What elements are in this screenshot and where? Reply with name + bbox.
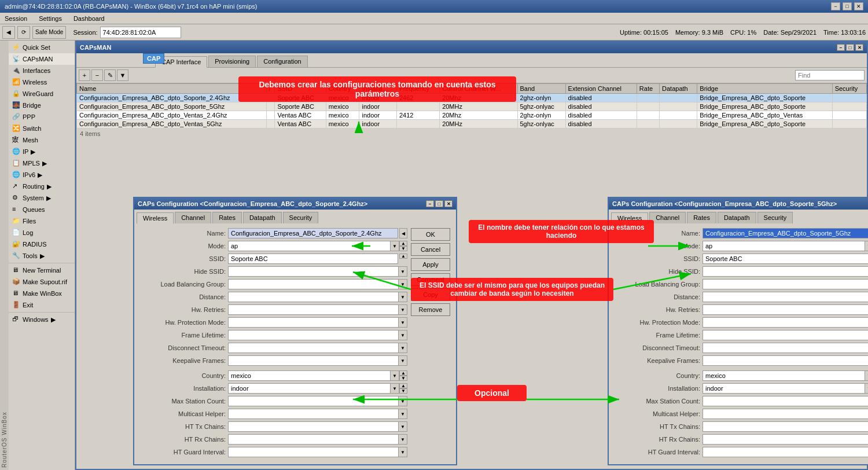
col-ext-channel[interactable]: Extension Channel	[565, 84, 637, 94]
left-disconn-input[interactable]	[228, 343, 398, 353]
right-mode-down[interactable]: ▼	[865, 241, 868, 251]
maximize-button[interactable]: □	[843, 2, 852, 10]
left-maxstation-input[interactable]	[228, 396, 398, 406]
left-mode-down-btn2[interactable]: ▼	[399, 246, 407, 251]
left-htguard-input[interactable]	[228, 447, 398, 457]
col-rate[interactable]: Rate	[637, 84, 659, 94]
col-datapath[interactable]: Datapath	[660, 84, 697, 94]
sidebar-item-files[interactable]: 📁 Files	[9, 215, 75, 227]
sidebar-item-new-terminal[interactable]: 🖥 New Terminal	[9, 265, 75, 276]
left-hwretries-down[interactable]: ▼	[398, 304, 407, 315]
right-tab-channel[interactable]: Channel	[649, 212, 686, 223]
left-country-input[interactable]	[228, 370, 390, 381]
left-dialog-close[interactable]: ✕	[444, 200, 453, 207]
right-tab-wireless[interactable]: Wireless	[611, 212, 648, 224]
right-ssid-input[interactable]	[703, 254, 868, 264]
sidebar-item-ppp[interactable]: 🔗 PPP	[9, 111, 75, 123]
left-tab-datapath[interactable]: Datapath	[243, 212, 282, 223]
menu-dashboard[interactable]: Dashboard	[71, 14, 107, 23]
left-framelft-down[interactable]: ▼	[398, 330, 407, 340]
sidebar-item-capsman[interactable]: 📡 CAPsMAN	[9, 53, 75, 65]
right-distance-input[interactable]	[703, 292, 868, 302]
sidebar-item-windows[interactable]: 🗗 Windows ▶	[9, 314, 75, 325]
right-tab-datapath[interactable]: Datapath	[718, 212, 756, 223]
sidebar-item-mesh[interactable]: 🕸 Mesh	[9, 134, 75, 146]
col-country[interactable]: Country	[326, 84, 359, 94]
sidebar-item-bridge[interactable]: 🌉 Bridge	[9, 100, 75, 111]
left-tab-security[interactable]: Security	[283, 212, 319, 223]
sidebar-item-supout[interactable]: 📦 Make Supout.rif	[9, 276, 75, 288]
left-copy-button[interactable]: Copy	[411, 288, 450, 301]
sidebar-item-system[interactable]: ⚙ System ▶	[9, 192, 75, 204]
sidebar-item-tools[interactable]: 🔧 Tools ▶	[9, 250, 75, 262]
right-hwretries-input[interactable]	[703, 304, 868, 315]
sidebar-item-ipv6[interactable]: 🌐 IPv6 ▶	[9, 169, 75, 181]
table-row[interactable]: Configuracion_Empresa_ABC_dpto_Ventas_5G…	[77, 120, 867, 128]
sidebar-item-interfaces[interactable]: 🔌 Interfaces	[9, 65, 75, 76]
left-multicast-down[interactable]: ▼	[398, 409, 407, 419]
left-multicast-input[interactable]	[228, 409, 398, 419]
right-install-input[interactable]	[703, 383, 865, 394]
sidebar-item-switch[interactable]: 🔀 Switch	[9, 123, 75, 134]
left-htrx-down[interactable]: ▼	[398, 434, 407, 445]
left-cancel-button[interactable]: Cancel	[411, 243, 450, 256]
find-input[interactable]	[795, 70, 865, 80]
left-tab-wireless[interactable]: Wireless	[137, 212, 174, 224]
left-dialog-maximize[interactable]: □	[435, 200, 443, 207]
right-maxstation-input[interactable]	[703, 396, 868, 406]
sidebar-item-exit[interactable]: 🚪 Exit	[9, 299, 75, 311]
sidebar-item-winbox[interactable]: 🖥 Make WinBox	[9, 288, 75, 299]
left-mode-up-btn[interactable]: ▲	[399, 241, 407, 246]
remove-button[interactable]: −	[91, 69, 103, 81]
left-distance-input[interactable]	[228, 292, 398, 302]
sidebar-item-wireless[interactable]: 📶 Wireless	[9, 76, 75, 88]
left-name-input[interactable]	[228, 228, 398, 238]
left-mode-down-btn[interactable]: ▼	[390, 241, 399, 251]
sidebar-item-radius[interactable]: 🔐 RADIUS	[9, 238, 75, 250]
col-install[interactable]: Installa...	[359, 84, 396, 94]
left-keepalive-down[interactable]: ▼	[398, 355, 407, 366]
sidebar-item-routing[interactable]: ↗ Routing ▶	[9, 181, 75, 192]
left-country-down[interactable]: ▼	[390, 370, 399, 381]
add-button[interactable]: +	[79, 69, 90, 81]
col-frequency[interactable]: Frequency	[396, 84, 439, 94]
left-country-down2[interactable]: ▼	[399, 376, 407, 381]
left-loadbal-input[interactable]	[228, 279, 398, 289]
sidebar-item-wireguard[interactable]: 🔒 WireGuard	[9, 88, 75, 100]
capsman-minimize[interactable]: −	[837, 44, 845, 51]
left-mode-input[interactable]	[228, 241, 390, 251]
right-httx-input[interactable]	[703, 421, 868, 432]
left-comment-button[interactable]: Comment	[411, 273, 450, 286]
right-name-input[interactable]	[703, 228, 868, 238]
right-loadbal-input[interactable]	[703, 279, 868, 289]
table-row[interactable]: Configuracion_Empresa_ABC_dpto_Ventas_2.…	[77, 111, 867, 120]
table-row[interactable]: Configuracion_Empresa_ABC_dpto_Soporte_5…	[77, 102, 867, 111]
left-tab-rates[interactable]: Rates	[212, 212, 242, 223]
left-apply-button[interactable]: Apply	[411, 258, 450, 271]
left-ok-button[interactable]: OK	[411, 228, 450, 241]
left-hwretries-input[interactable]	[228, 304, 398, 315]
left-remove-button[interactable]: Remove	[411, 303, 450, 316]
right-install-down[interactable]: ▼	[865, 383, 868, 394]
right-disconn-input[interactable]	[703, 343, 868, 353]
left-htguard-down[interactable]: ▼	[398, 447, 407, 457]
right-framelft-input[interactable]	[703, 330, 868, 340]
sidebar-item-log[interactable]: 📄 Log	[9, 227, 75, 238]
left-install-down2[interactable]: ▼	[399, 388, 407, 394]
left-install-down[interactable]: ▼	[390, 383, 399, 394]
edit-button[interactable]: ✎	[104, 69, 116, 81]
left-maxstation-down[interactable]: ▼	[398, 396, 407, 406]
right-hide-ssid-input[interactable]	[703, 266, 868, 277]
menu-session[interactable]: Session	[2, 14, 30, 23]
filter-button[interactable]: ▼	[117, 69, 128, 81]
right-tab-security[interactable]: Security	[757, 212, 793, 223]
right-multicast-input[interactable]	[703, 409, 868, 419]
left-hide-ssid-down[interactable]: ▼	[398, 266, 407, 277]
left-keepalive-input[interactable]	[228, 355, 398, 366]
refresh-button[interactable]: ⟳	[17, 26, 30, 39]
left-htrx-input[interactable]	[228, 434, 398, 445]
table-row[interactable]: Configuracion_Empresa_ABC_dpto_Soporte_2…	[77, 94, 867, 102]
capsman-maximize[interactable]: □	[846, 44, 854, 51]
left-hide-ssid-input[interactable]	[228, 266, 398, 277]
right-country-input[interactable]	[703, 370, 865, 381]
